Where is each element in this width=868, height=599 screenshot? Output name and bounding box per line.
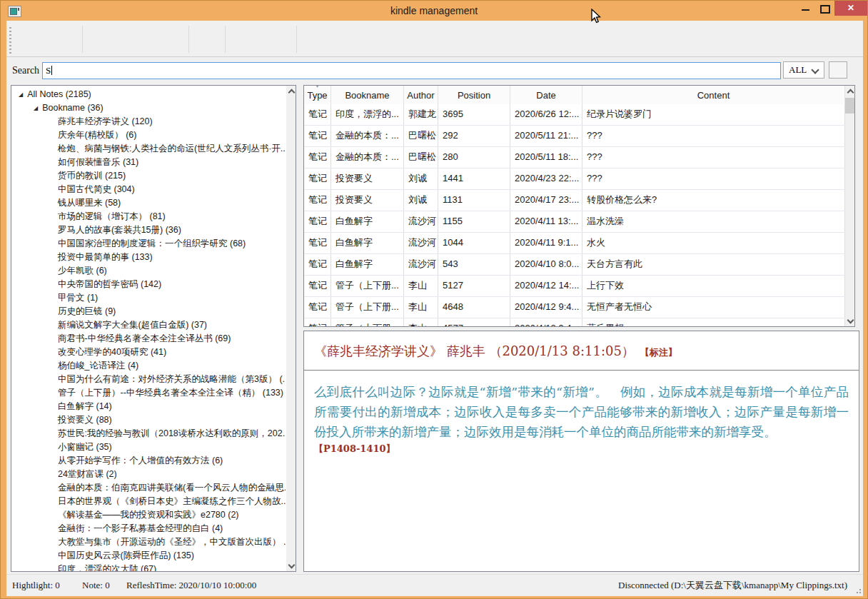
table-cell: 温水洗澡 — [582, 211, 845, 232]
table-cell: ??? — [582, 126, 845, 146]
search-button[interactable] — [829, 61, 847, 79]
column-header-position[interactable]: Position — [438, 86, 510, 104]
table-row[interactable]: 笔记白鱼解字流沙河11552020/4/11 13:...温水洗澡 — [304, 211, 845, 233]
table-cell: 笔记 — [304, 254, 331, 275]
toolbar-separator — [296, 26, 297, 53]
table-body: 笔记印度，漂浮的...郭建龙36952020/6/26 12:...纪录片说婆罗… — [304, 104, 845, 326]
tree-item[interactable]: 投资中最简单的事 (133) — [11, 251, 286, 264]
tree-expander-icon[interactable]: ◢ — [19, 88, 23, 101]
column-header-date[interactable]: Date — [510, 86, 582, 104]
table-row[interactable]: 笔记金融的本质：...巴曙松2802020/5/11 18:...??? — [304, 147, 845, 168]
table-row[interactable]: 笔记管子（上下册...李山51272020/4/12 14:...上行下效 — [304, 276, 845, 297]
tree-item[interactable]: 货币的教训 (215) — [11, 169, 286, 183]
tree-item-label: 金融街：一个影子私募基金经理的自白 (4) — [58, 523, 223, 533]
titlebar[interactable]: kindle management ✕ — [1, 1, 867, 21]
tree-item[interactable]: 苏世民:我的经验与教训（2018读桥水达利欧的原则，202... — [11, 427, 286, 441]
tree-item[interactable]: 杨伯峻_论语译注 (4) — [11, 359, 286, 373]
table-row[interactable]: 笔记印度，漂浮的...郭建龙36952020/6/26 12:...纪录片说婆罗… — [304, 104, 845, 126]
tree-item[interactable]: 少年凯歌 (6) — [11, 264, 286, 278]
tree-item[interactable]: 金融的本质：伯南克四讲美联储(看一个风云人物的金融思... — [11, 481, 286, 495]
tree-item[interactable]: 庆余年(精校版） (6) — [11, 129, 286, 142]
tree-item[interactable]: 从零开始学写作：个人增值的有效方法 (6) — [11, 454, 286, 468]
table-row[interactable]: 笔记投资要义刘诚11312020/4/17 23:...转股价格怎么来? — [304, 190, 845, 211]
note-detail-body: 么到底什么叫边际？边际就是“新增”带来的“新增”。 例如，边际成本就是每新增一个… — [314, 382, 849, 442]
tree-item[interactable]: 中国为什么有前途：对外经济关系的战略潜能（第3版） (... — [11, 373, 286, 386]
table-cell: 白鱼解字 — [331, 254, 404, 275]
tree-item[interactable]: 《解读基金——我的投资观和实践》e2780 (2) — [11, 508, 286, 522]
table-cell: 2020/4/23 22:... — [510, 168, 582, 189]
table-scrollbar[interactable] — [845, 86, 854, 326]
maximize-icon — [820, 5, 830, 14]
tree-item[interactable]: 大教堂与集市（开源运动的《圣经》，中文版首次出版） ... — [11, 535, 286, 549]
column-header-bookname[interactable]: Bookname — [331, 86, 404, 104]
filter-dropdown[interactable]: ALL — [783, 61, 824, 79]
table-cell: 刘诚 — [404, 190, 438, 211]
tree-item[interactable]: 甲骨文 (1) — [11, 291, 286, 305]
tree-item[interactable]: ◢All Notes (2185) — [11, 88, 286, 101]
table-cell: 李山 — [404, 276, 438, 296]
tree-item[interactable]: 商君书-中华经典名著全本全注全译丛书 (69) — [11, 332, 286, 346]
tree-item[interactable]: 中国国家治理的制度逻辑：一个组织学研究 (68) — [11, 237, 286, 251]
table-cell: 郭建龙 — [404, 104, 438, 125]
table-row[interactable]: 笔记白鱼解字流沙河5432020/4/10 8:0...天台方言有此 — [304, 254, 845, 276]
tree-item[interactable]: 中央帝国的哲学密码 (142) — [11, 278, 286, 291]
book-tree: ◢All Notes (2185)◢Bookname (36)薛兆丰经济学讲义 … — [11, 88, 286, 571]
search-input[interactable]: S — [42, 62, 781, 79]
tree-item[interactable]: 钱从哪里来 (58) — [11, 196, 286, 210]
resize-grip[interactable] — [854, 587, 861, 593]
column-header-label: Type — [307, 90, 327, 101]
tree-item[interactable]: 管子（上下册）--中华经典名著全本全注全译（精） (133) — [11, 386, 286, 400]
tree-item-label: 中国为什么有前途：对外经济关系的战略潜能（第3版） (... — [58, 374, 286, 384]
tree-item[interactable]: 市场的逻辑（增订本） (81) — [11, 210, 286, 223]
table-row[interactable]: 笔记管子（上下册...李山45772020/4/12 9:4...葵丘思想 — [304, 318, 845, 326]
tree-item[interactable]: 历史的巨镜 (9) — [11, 305, 286, 318]
column-header-author[interactable]: Author — [404, 86, 438, 104]
tree-item[interactable]: 中国历史风云录(陈舜臣作品) (135) — [11, 549, 286, 563]
table-cell: 2020/5/11 21:... — [510, 126, 582, 146]
table-cell: 流沙河 — [404, 211, 438, 232]
tree-item[interactable]: 中国古代简史 (304) — [11, 183, 286, 196]
scroll-up-icon[interactable] — [845, 86, 854, 96]
scroll-down-icon[interactable] — [845, 316, 854, 326]
tree-item[interactable]: 金融街：一个影子私募基金经理的自白 (4) — [11, 522, 286, 535]
tree-item[interactable]: 小窗幽记 (35) — [11, 441, 286, 454]
maximize-button[interactable] — [814, 1, 835, 16]
tree-item[interactable]: 投资要义 (88) — [11, 413, 286, 427]
tree-item[interactable]: 印度，漂浮的次大陆 (67) — [11, 563, 286, 571]
table-cell: 笔记 — [304, 147, 331, 168]
toolbar-grip[interactable] — [9, 27, 11, 54]
tree-item[interactable]: ◢Bookname (36) — [11, 101, 286, 115]
table-cell: 3695 — [438, 104, 510, 125]
table-cell: 543 — [438, 254, 510, 275]
toolbar-separator — [225, 26, 226, 53]
scrollbar-thumb[interactable] — [845, 98, 854, 114]
tree-item[interactable]: 日本的世界观（《剑桥日本史》主编凝练之作三个人物故... — [11, 495, 286, 508]
tree-item-label: 中国历史风云录(陈舜臣作品) (135) — [58, 550, 194, 560]
tree-expander-icon[interactable]: ◢ — [34, 101, 38, 115]
tree-item[interactable]: 白鱼解字 (14) — [11, 400, 286, 413]
tree-item[interactable]: 如何假装懂音乐 (31) — [11, 156, 286, 169]
table-cell: 纪录片说婆罗门 — [582, 104, 845, 125]
tree-item-label: 市场的逻辑（增订本） (81) — [58, 211, 166, 221]
table-cell: 2020/6/26 12:... — [510, 104, 582, 125]
table-row[interactable]: 笔记投资要义刘诚14412020/4/23 22:...??? — [304, 168, 845, 190]
scroll-up-icon[interactable] — [286, 86, 296, 96]
toolbar-separator — [188, 26, 189, 53]
search-bar: Search S ALL — [6, 57, 863, 84]
tree-item[interactable]: 24堂财富课 (2) — [11, 468, 286, 481]
tree-item-label: 《解读基金——我的投资观和实践》e2780 (2) — [58, 510, 239, 520]
tree-scrollbar[interactable] — [286, 86, 296, 571]
table-row[interactable]: 笔记白鱼解字流沙河10442020/4/11 9:1...水火 — [304, 233, 845, 254]
tree-item[interactable]: 改变心理学的40项研究 (41) — [11, 346, 286, 359]
close-button[interactable]: ✕ — [834, 1, 867, 16]
column-header-type[interactable]: Type▾ — [304, 86, 331, 104]
tree-item[interactable]: 新编说文解字大全集(超值白金版) (37) — [11, 318, 286, 332]
minimize-button[interactable] — [795, 1, 816, 16]
table-row[interactable]: 笔记管子（上下册...李山46482020/4/12 9:4...无恒产者无恒心 — [304, 297, 845, 318]
column-header-content[interactable]: Content — [582, 86, 845, 104]
tree-item[interactable]: 薛兆丰经济学讲义 (120) — [11, 115, 286, 129]
tree-item[interactable]: 枪炮、病菌与钢铁:人类社会的命运(世纪人文系列丛书·开... — [11, 142, 286, 156]
scroll-down-icon[interactable] — [286, 560, 296, 571]
table-row[interactable]: 笔记金融的本质：...巴曙松2922020/5/11 21:...??? — [304, 126, 845, 147]
tree-item[interactable]: 罗马人的故事(套装共15册) (36) — [11, 223, 286, 237]
